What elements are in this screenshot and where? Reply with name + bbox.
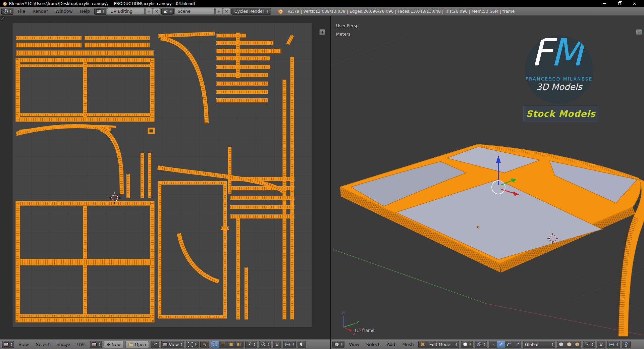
updown-arrows-icon: ▲▼ [181, 343, 182, 346]
uv-editor-header: ▲▼ View Select Image UVs ▲▼ + New [0, 339, 330, 349]
vp-snap-toggle[interactable] [597, 341, 605, 348]
occlude-selection-toggle[interactable] [565, 341, 573, 348]
scene-browse-button[interactable]: ▲▼ [161, 8, 173, 15]
uv-sync-selection-toggle[interactable] [200, 341, 209, 348]
uv-snap-toggle[interactable] [273, 341, 281, 348]
viewport-header: ▲▼ View Select Add Mesh Edit Mode ▲▼ ▲▼ [331, 339, 644, 349]
layout-browse-button[interactable]: ▲▼ [94, 8, 106, 15]
minimize-icon [603, 3, 606, 4]
minimize-button[interactable] [597, 0, 612, 7]
image-new-button[interactable]: + New [104, 341, 124, 348]
uv-editor-type-selector[interactable]: ▲▼ [2, 341, 14, 348]
menu-render[interactable]: Render [30, 9, 51, 14]
uv-menu-uvs[interactable]: UVs [74, 342, 88, 347]
layout-name-field[interactable]: UV Editing [107, 8, 145, 15]
scene-delete-button[interactable]: × [223, 8, 230, 15]
updown-arrows-icon: ▲▼ [592, 343, 593, 346]
vp-proportional-edit-dropdown[interactable]: ▲▼ [583, 341, 595, 348]
uv-render-sphere-button[interactable] [298, 341, 306, 348]
menu-help[interactable]: Help [77, 9, 93, 14]
magnet-icon [275, 342, 279, 347]
updown-arrows-icon: ▲▼ [195, 343, 196, 346]
mode-dropdown[interactable]: Edit Mode ▲▼ [418, 341, 459, 348]
viewport-3d-canvas[interactable]: z y x [331, 16, 644, 339]
uv-select-mode-face[interactable] [227, 341, 235, 348]
uv-snap-target-dropdown[interactable]: ▲▼ [283, 341, 296, 348]
updown-arrows-icon: ▲▼ [11, 343, 12, 346]
uv-menu-view[interactable]: View [16, 342, 32, 347]
editor-type-selector[interactable]: ▲▼ [1, 8, 13, 15]
translate-manipulator-icon [499, 342, 503, 347]
uv-select-mode-vertex[interactable] [211, 341, 219, 348]
image-browse-dropdown[interactable]: ▲▼ [90, 341, 102, 348]
transform-orientation-dropdown[interactable]: Global ▲▼ [523, 341, 555, 348]
uv-sticky-mode-dropdown[interactable]: ▲▼ [245, 341, 257, 348]
updown-arrows-icon: ▲▼ [99, 343, 100, 346]
updown-arrows-icon: ▲▼ [10, 10, 11, 13]
layout-add-button[interactable]: + [145, 8, 152, 15]
scene-name-field[interactable]: Scene [174, 8, 215, 15]
viewport-shading-dropdown[interactable]: ▲▼ [461, 341, 473, 348]
vp-menu-select[interactable]: Select [364, 342, 382, 347]
hidden-wire-toggle[interactable] [557, 341, 565, 348]
rotate-manipulator-icon [507, 342, 512, 347]
viewport-editor-type-selector[interactable]: ▲▼ [332, 341, 344, 348]
layout-delete-button[interactable]: × [153, 8, 160, 15]
restore-button[interactable] [612, 0, 627, 7]
scene-add-button[interactable]: + [215, 8, 222, 15]
manipulator-group [489, 341, 521, 348]
watermark-logo: FM FRANCESCO MILANESE 3D Models [525, 35, 593, 104]
render-engine-selector[interactable]: Cycles Render ▲▼ [231, 8, 271, 15]
updown-arrows-icon: ▲▼ [266, 10, 268, 13]
sticky-select-icon [247, 342, 252, 347]
manipulator-axis-toggle[interactable] [489, 341, 497, 348]
scene-selector: ▲▼ Scene + × [161, 8, 230, 15]
image-open-button[interactable]: Open [125, 341, 149, 348]
updown-arrows-icon: ▲▼ [103, 10, 104, 13]
uv-pivot-dropdown[interactable]: ▲▼ [186, 341, 198, 348]
backface-cull-toggle[interactable] [573, 341, 581, 348]
occlude-geometry-group [557, 341, 581, 348]
render-snapshot-button[interactable] [622, 341, 631, 348]
plus-icon: + [107, 342, 110, 347]
checker-sphere-icon [300, 342, 304, 347]
uv-region-expand-button[interactable]: + [319, 29, 325, 35]
uv-sync-icon [202, 342, 207, 347]
uv-select-mode-edge[interactable] [219, 341, 227, 348]
uv-select-mode-island[interactable] [235, 341, 244, 348]
menu-file[interactable]: File [15, 9, 28, 14]
uv-menu-image[interactable]: Image [54, 342, 73, 347]
snap-increment-icon [609, 342, 614, 346]
uv-editor-canvas[interactable] [0, 16, 330, 339]
updown-arrows-icon: ▲▼ [268, 343, 269, 346]
blender-logo-icon [277, 9, 283, 14]
uv-menu-select[interactable]: Select [33, 342, 52, 347]
vp-snap-target-dropdown[interactable]: ▲▼ [607, 341, 620, 348]
screen-layout-selector: ▲▼ UV Editing + × [94, 8, 160, 15]
cube-editor-icon [334, 342, 339, 347]
unit-system-overlay: Meters [336, 32, 351, 37]
object-origin-dot [477, 226, 479, 228]
viewport-name-overlay: User Persp [336, 23, 359, 28]
close-button[interactable]: × [627, 0, 642, 7]
manipulator-rotate-toggle[interactable] [505, 341, 513, 348]
updown-arrows-icon: ▲▼ [455, 343, 457, 346]
uv-proportional-edit-dropdown[interactable]: ▲▼ [259, 341, 271, 348]
manipulator-translate-toggle[interactable] [497, 341, 505, 348]
viewport-region-expand-button[interactable]: + [636, 29, 642, 35]
window-title: Blender* [C:\Users\franc\Desktop\acrylic… [9, 1, 595, 6]
vp-menu-mesh[interactable]: Mesh [399, 342, 416, 347]
face-mode-icon [229, 342, 233, 347]
vp-menu-add[interactable]: Add [384, 342, 398, 347]
axis-label-z: z [342, 311, 344, 315]
uv-selection-mode-group [211, 341, 244, 348]
image-pin-toggle[interactable] [151, 341, 159, 348]
menu-window[interactable]: Window [52, 9, 75, 14]
updown-arrows-icon: ▲▼ [616, 343, 618, 346]
pivot-point-dropdown[interactable]: ▲▼ [475, 341, 487, 348]
vp-menu-view[interactable]: View [346, 342, 362, 347]
updown-arrows-icon: ▲▼ [341, 343, 342, 346]
image-display-dropdown[interactable]: View ▲▼ [161, 341, 184, 348]
manipulator-scale-toggle[interactable] [513, 341, 521, 348]
pivot-median-icon [477, 342, 482, 347]
